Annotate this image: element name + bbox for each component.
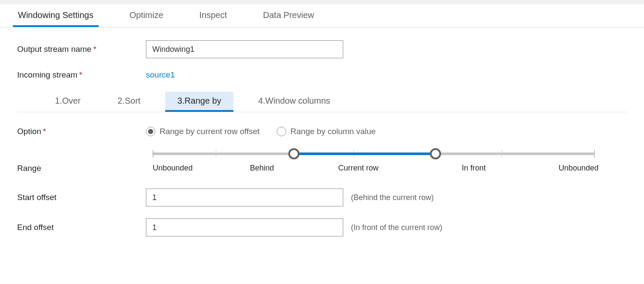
slider-label-in-front: In front (462, 164, 486, 173)
row-output-stream: Output stream name* (17, 40, 627, 58)
slider-tick (216, 150, 216, 158)
label-end-offset: End offset (17, 223, 146, 232)
label-output-stream-text: Output stream name (17, 45, 91, 54)
slider-tick (153, 150, 153, 158)
required-asterisk: * (79, 70, 82, 79)
label-option: Option* (17, 127, 146, 136)
tab-optimize[interactable]: Optimize (124, 4, 169, 27)
label-incoming-stream: Incoming stream* (17, 70, 146, 80)
label-output-stream: Output stream name* (17, 45, 146, 54)
option-radio-group: Range by current row offset Range by col… (146, 127, 376, 136)
end-offset-input[interactable] (146, 218, 343, 236)
label-start-offset: Start offset (17, 193, 146, 202)
slider-handle-start[interactable] (288, 148, 299, 159)
slider-label-current-row: Current row (338, 164, 378, 173)
slider-label-unbounded-left: Unbounded (153, 164, 193, 173)
end-offset-helper: (In front of the current row) (351, 223, 442, 232)
slider-label-behind: Behind (250, 164, 274, 173)
subtab-over[interactable]: 1.Over (43, 92, 93, 112)
subtab-window-columns[interactable]: 4.Window columns (246, 92, 342, 112)
row-end-offset: End offset (In front of the current row) (17, 218, 627, 236)
content-area: Output stream name* Incoming stream* sou… (0, 27, 644, 266)
subtab-range-by[interactable]: 3.Range by (165, 92, 233, 112)
row-range: Range Unbounded Behind Current row In fr… (17, 148, 627, 176)
tab-windowing-settings[interactable]: Windowing Settings (13, 4, 99, 27)
start-offset-input[interactable] (146, 188, 343, 206)
incoming-stream-link[interactable]: source1 (146, 70, 175, 80)
slider-fill (294, 152, 435, 155)
row-incoming-stream: Incoming stream* source1 (17, 70, 627, 80)
row-option: Option* Range by current row offset Rang… (17, 127, 627, 136)
slider-tick (594, 150, 595, 158)
radio-label-current-row: Range by current row offset (160, 127, 260, 136)
radio-label-column-value: Range by column value (290, 127, 376, 136)
radio-column-value[interactable]: Range by column value (277, 127, 376, 136)
output-stream-input[interactable] (146, 40, 343, 58)
subtab-sort[interactable]: 2.Sort (106, 92, 152, 112)
radio-icon (277, 127, 286, 136)
label-option-text: Option (17, 127, 41, 136)
radio-current-row-offset[interactable]: Range by current row offset (146, 127, 260, 136)
tab-inspect[interactable]: Inspect (194, 4, 232, 27)
radio-icon (146, 127, 155, 136)
row-start-offset: Start offset (Behind the current row) (17, 188, 627, 206)
required-asterisk: * (43, 127, 46, 136)
slider-tick (502, 150, 502, 158)
main-tab-bar: Windowing Settings Optimize Inspect Data… (0, 4, 644, 27)
slider-label-unbounded-right: Unbounded (559, 164, 599, 173)
tab-data-preview[interactable]: Data Preview (258, 4, 319, 27)
start-offset-helper: (Behind the current row) (351, 193, 434, 202)
range-slider[interactable]: Unbounded Behind Current row In front Un… (146, 148, 627, 176)
label-incoming-stream-text: Incoming stream (17, 70, 77, 79)
slider-labels: Unbounded Behind Current row In front Un… (153, 164, 594, 176)
label-range: Range (17, 148, 146, 173)
sub-tab-bar: 1.Over 2.Sort 3.Range by 4.Window column… (17, 92, 627, 112)
slider-handle-end[interactable] (430, 148, 441, 159)
required-asterisk: * (93, 45, 96, 54)
